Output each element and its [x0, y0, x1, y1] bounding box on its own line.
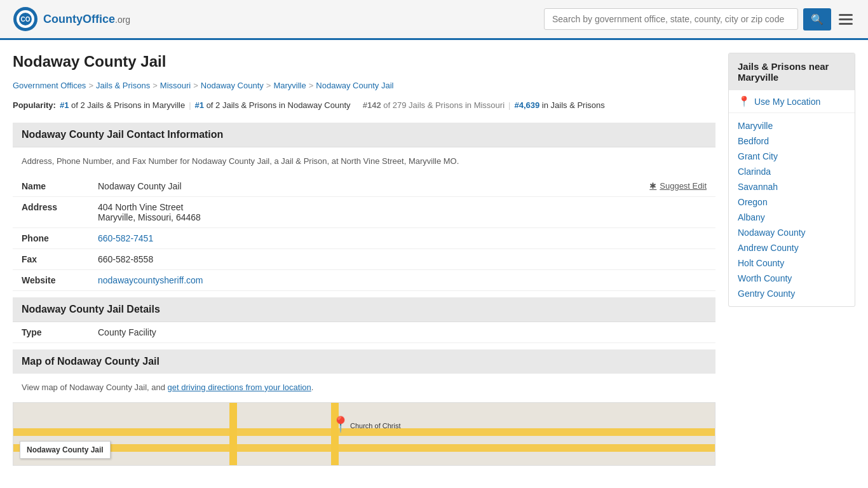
sidebar-link-bedford[interactable]: Bedford [738, 136, 769, 146]
list-item: Oregon [729, 194, 855, 210]
search-area: 🔍 [544, 8, 855, 30]
contact-website-row: Website nodawaycountysheriff.com [13, 270, 715, 291]
list-item: Grant City [729, 149, 855, 164]
list-item: Gentry County [729, 286, 855, 301]
menu-button[interactable] [836, 11, 855, 27]
sidebar-link-maryville[interactable]: Maryville [738, 121, 773, 131]
sidebar-link-nodaway-county[interactable]: Nodaway County [738, 227, 806, 238]
website-link[interactable]: nodawaycountysheriff.com [98, 275, 203, 285]
main-container: Nodaway County Jail Government Offices >… [0, 40, 868, 478]
sidebar-link-clarinda[interactable]: Clarinda [738, 166, 771, 177]
phone-link[interactable]: 660-582-7451 [98, 233, 153, 243]
logo-text: CountyOffice.org [43, 13, 130, 26]
sidebar-link-worth-county[interactable]: Worth County [738, 273, 792, 283]
suggest-edit-button[interactable]: ✱ Suggest Edit [649, 181, 707, 191]
popularity-item-2: #1 of 2 Jails & Prisons in Nodaway Count… [195, 100, 351, 110]
sidebar-links-list: Maryville Bedford Grant City Clarinda Sa… [729, 113, 855, 306]
breadcrumb-jail[interactable]: Nodaway County Jail [316, 81, 393, 90]
details-type-row: Type County Facility [13, 322, 715, 343]
breadcrumb-gov-offices[interactable]: Government Offices [13, 81, 86, 90]
contact-description: Address, Phone Number, and Fax Number fo… [13, 147, 715, 176]
list-item: Nodaway County [729, 225, 855, 240]
popularity-item-1: #1 of 2 Jails & Prisons in Maryville [60, 100, 185, 110]
list-item: Clarinda [729, 164, 855, 179]
type-value: County Facility [98, 327, 707, 337]
popularity-item-3: #142 of 279 Jails & Prisons in Missouri [358, 100, 505, 110]
logo-area: CO CountyOffice.org [13, 6, 130, 32]
contact-fax-row: Fax 660-582-8558 [13, 249, 715, 270]
address-line1: 404 North Vine Street [98, 202, 183, 212]
sidebar: Jails & Prisons near Maryville 📍 Use My … [728, 53, 855, 466]
sidebar-link-gentry-county[interactable]: Gentry County [738, 288, 795, 299]
name-label: Name [22, 181, 98, 191]
contact-info-table: Address, Phone Number, and Fax Number fo… [13, 147, 715, 291]
page-title: Nodaway County Jail [13, 53, 715, 71]
use-location-row: 📍 Use My Location [729, 90, 855, 113]
sidebar-title: Jails & Prisons near Maryville [729, 53, 855, 90]
sidebar-link-oregon[interactable]: Oregon [738, 197, 768, 207]
breadcrumb-jails[interactable]: Jails & Prisons [96, 81, 150, 90]
phone-label: Phone [22, 233, 98, 243]
suggest-edit-icon: ✱ [649, 181, 656, 191]
logo-icon: CO [13, 6, 38, 32]
fax-value: 660-582-8558 [98, 254, 707, 264]
sidebar-link-albany[interactable]: Albany [738, 212, 765, 222]
contact-phone-row: Phone 660-582-7451 [13, 228, 715, 249]
popularity-label: Popularity: [13, 100, 56, 110]
list-item: Albany [729, 210, 855, 225]
breadcrumb-missouri[interactable]: Missouri [160, 81, 191, 90]
contact-section-header: Nodaway County Jail Contact Information [13, 123, 715, 147]
details-section-header: Nodaway County Jail Details [13, 297, 715, 322]
list-item: Bedford [729, 133, 855, 149]
contact-address-row: Address 404 North Vine Street Maryville,… [13, 197, 715, 228]
phone-value: 660-582-7451 [98, 233, 707, 243]
map-road-h2 [13, 444, 715, 452]
driving-directions-link[interactable]: get driving directions from your locatio… [168, 383, 311, 392]
sidebar-link-savannah[interactable]: Savannah [738, 182, 778, 192]
header: CO CountyOffice.org 🔍 [0, 0, 868, 40]
list-item: Andrew County [729, 240, 855, 255]
list-item: Worth County [729, 271, 855, 286]
svg-text:CO: CO [21, 16, 31, 23]
church-label: Church of Christ [350, 422, 400, 430]
content-area: Nodaway County Jail Government Offices >… [13, 53, 715, 466]
sidebar-link-holt-county[interactable]: Holt County [738, 258, 784, 268]
map-section-header: Map of Nodaway County Jail [13, 349, 715, 374]
breadcrumb: Government Offices > Jails & Prisons > M… [13, 81, 715, 90]
website-label: Website [22, 275, 98, 285]
map-description: View map of Nodaway County Jail, and get… [13, 374, 715, 402]
contact-name-row: Name Nodaway County Jail ✱ Suggest Edit [13, 176, 715, 197]
map-label-box: Nodaway County Jail [20, 441, 111, 459]
sidebar-box: Jails & Prisons near Maryville 📍 Use My … [728, 53, 855, 307]
list-item: Savannah [729, 179, 855, 194]
map-section: Map of Nodaway County Jail View map of N… [13, 349, 715, 466]
sidebar-link-andrew-county[interactable]: Andrew County [738, 243, 799, 253]
sidebar-link-grant-city[interactable]: Grant City [738, 151, 778, 161]
list-item: Maryville [729, 118, 855, 133]
address-value: 404 North Vine Street Maryville, Missour… [98, 202, 707, 222]
website-value: nodawaycountysheriff.com [98, 275, 707, 285]
location-pin-icon: 📍 [738, 95, 750, 107]
map-container: 📍 Church of Christ Nodaway County Jail [13, 402, 715, 466]
search-input[interactable] [544, 8, 798, 30]
list-item: Holt County [729, 255, 855, 271]
popularity-bar: Popularity: #1 of 2 Jails & Prisons in M… [13, 100, 715, 110]
use-location-link[interactable]: Use My Location [754, 97, 820, 107]
breadcrumb-maryville[interactable]: Maryville [273, 81, 306, 90]
address-label: Address [22, 202, 98, 212]
map-road-v2 [331, 403, 339, 465]
details-info-table: Type County Facility [13, 322, 715, 343]
breadcrumb-nodaway[interactable]: Nodaway County [201, 81, 264, 90]
address-line2: Maryville, Missouri, 64468 [98, 212, 201, 222]
map-road-v1 [229, 403, 237, 465]
map-pin: 📍 [331, 416, 350, 433]
fax-label: Fax [22, 254, 98, 264]
name-value: Nodaway County Jail [98, 181, 649, 191]
search-button[interactable]: 🔍 [803, 8, 831, 30]
popularity-item-4: #4,639 in Jails & Prisons [514, 100, 604, 110]
type-label: Type [22, 327, 98, 337]
